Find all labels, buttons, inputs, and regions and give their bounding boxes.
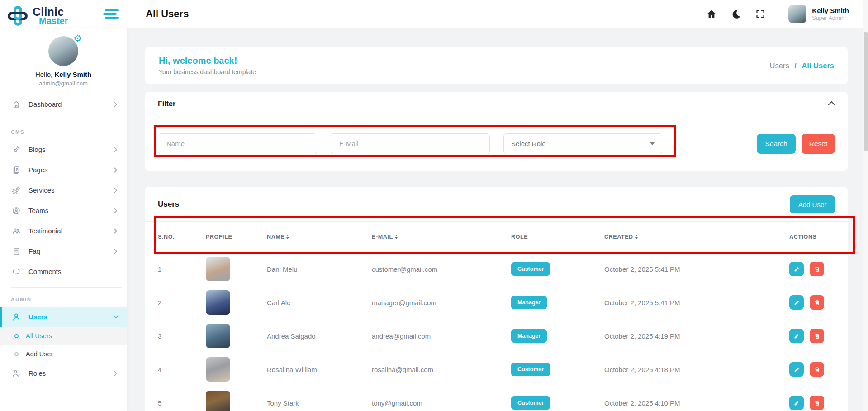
sidebar-item-add-user[interactable]: Add User xyxy=(0,345,127,363)
fullscreen-icon[interactable] xyxy=(754,7,767,21)
home-icon[interactable] xyxy=(705,7,718,21)
row-email: manager@gmail.com xyxy=(372,299,511,307)
user-menu[interactable]: Kelly Smith Super Admin xyxy=(812,7,849,22)
row-role-cell: Customer xyxy=(511,262,604,276)
faq-document-icon xyxy=(12,247,21,256)
row-email: customer@gmail.com xyxy=(372,265,511,273)
topbar-actions: Kelly Smith Super Admin xyxy=(694,5,849,23)
welcome-subtitle: Your business dashboard template xyxy=(159,68,256,76)
row-profile-cell xyxy=(206,257,267,281)
header-avatar[interactable] xyxy=(788,5,806,23)
chevron-right-icon xyxy=(114,147,118,152)
people-icon xyxy=(12,227,21,236)
pencil-icon xyxy=(794,400,800,406)
edit-button[interactable] xyxy=(789,362,804,377)
row-profile-cell xyxy=(206,357,267,382)
user-role: Super Admin xyxy=(812,15,849,22)
row-role-cell: Manager xyxy=(511,296,604,309)
trash-icon xyxy=(814,333,820,339)
edit-button[interactable] xyxy=(789,396,804,410)
row-email: rosalina@gmail.com xyxy=(372,366,511,373)
scrollbar-thumb[interactable] xyxy=(864,32,868,151)
column-created[interactable]: CREATED xyxy=(604,234,789,240)
sidebar-item-roles[interactable]: Roles xyxy=(0,363,127,383)
sidebar-toggle-button[interactable] xyxy=(103,9,119,19)
users-panel-title: Users xyxy=(158,200,179,209)
delete-button[interactable] xyxy=(810,262,824,276)
profile-photo xyxy=(206,324,230,348)
row-role-cell: Customer xyxy=(511,363,604,376)
breadcrumb: Users / All Users xyxy=(770,61,834,70)
column-name[interactable]: NAME xyxy=(267,234,372,240)
add-user-button[interactable]: Add User xyxy=(790,195,835,213)
user-check-icon xyxy=(12,369,21,378)
pencil-icon xyxy=(794,333,800,339)
page-scrollbar xyxy=(863,0,868,411)
row-created: October 2, 2025 4:19 PM xyxy=(604,332,789,340)
role-badge: Customer xyxy=(511,363,550,376)
column-sno: S.NO. xyxy=(158,234,206,240)
row-email: andrea@gmail.com xyxy=(372,332,511,340)
profile-settings-gear-icon[interactable]: ⚙ xyxy=(73,33,82,43)
trash-icon xyxy=(814,299,820,306)
profile-email: admin@gmail.com xyxy=(0,80,127,87)
email-filter-input[interactable] xyxy=(331,133,490,154)
role-select[interactable]: Select Role xyxy=(503,133,662,154)
delete-button[interactable] xyxy=(810,396,824,410)
chevron-right-icon xyxy=(114,188,118,193)
filter-title: Filter xyxy=(158,100,175,108)
row-actions xyxy=(789,329,835,344)
name-filter-input[interactable] xyxy=(158,133,317,154)
sidebar-divider xyxy=(11,287,122,288)
chat-bubble-icon xyxy=(12,267,21,276)
sidebar-item-faq[interactable]: Faq xyxy=(0,241,127,261)
row-role-cell: Customer xyxy=(511,396,604,410)
brand-name: Clinic Master xyxy=(33,6,68,25)
sort-icon xyxy=(635,235,638,240)
row-profile-cell xyxy=(206,290,267,315)
role-badge: Manager xyxy=(511,296,547,309)
chevron-right-icon xyxy=(114,249,118,254)
sidebar-item-all-users[interactable]: All Users xyxy=(0,327,127,345)
delete-button[interactable] xyxy=(810,362,824,377)
reset-button[interactable]: Reset xyxy=(802,134,835,154)
row-name: Andrea Salgado xyxy=(267,332,372,340)
moon-icon[interactable] xyxy=(729,7,743,21)
edit-button[interactable] xyxy=(789,295,804,310)
section-label-cms: CMS xyxy=(0,122,127,139)
sidebar-item-comments[interactable]: Comments xyxy=(0,261,127,282)
sidebar-item-pages[interactable]: Pages xyxy=(0,160,127,180)
collapse-chevron-icon[interactable] xyxy=(828,101,835,109)
row-sno: 4 xyxy=(158,366,206,373)
sidebar-item-blogs[interactable]: Blogs xyxy=(0,139,127,160)
welcome-title: Hi, welcome back! xyxy=(159,56,256,66)
edit-button[interactable] xyxy=(789,262,804,276)
chevron-right-icon xyxy=(114,228,118,234)
sidebar-item-users[interactable]: Users xyxy=(0,307,127,327)
breadcrumb-parent[interactable]: Users xyxy=(770,61,789,70)
top-bar: Clinic Master All Users Kelly Smith Supe… xyxy=(0,0,868,28)
row-name: Rosalina William xyxy=(267,366,372,373)
edit-button[interactable] xyxy=(789,329,804,343)
pin-icon xyxy=(12,145,21,154)
clinic-master-logo-icon xyxy=(7,5,28,26)
sidebar-item-services[interactable]: Services xyxy=(0,180,127,200)
role-badge: Customer xyxy=(511,262,550,276)
row-sno: 1 xyxy=(158,265,206,273)
delete-button[interactable] xyxy=(810,295,824,310)
search-button[interactable]: Search xyxy=(757,134,796,154)
column-role: ROLE xyxy=(511,234,604,240)
row-name: Tony Stark xyxy=(267,399,372,407)
delete-button[interactable] xyxy=(810,329,824,343)
sidebar-item-dashboard[interactable]: Dashboard xyxy=(0,94,127,114)
user-icon xyxy=(12,312,21,321)
sidebar-item-teams[interactable]: Teams xyxy=(0,200,127,221)
sidebar-item-testimonial[interactable]: Testimonial xyxy=(0,221,127,241)
chevron-right-icon xyxy=(114,102,118,107)
column-email[interactable]: E-MAIL xyxy=(372,234,511,240)
table-row: 4 Rosalina William rosalina@gmail.com Cu… xyxy=(145,353,848,386)
chevron-right-icon xyxy=(114,371,118,376)
row-name: Carl Ale xyxy=(267,299,372,307)
row-created: October 2, 2025 4:18 PM xyxy=(604,366,789,373)
sidebar: ⚙ Hello, Kelly Smith admin@gmail.com Das… xyxy=(0,28,127,411)
